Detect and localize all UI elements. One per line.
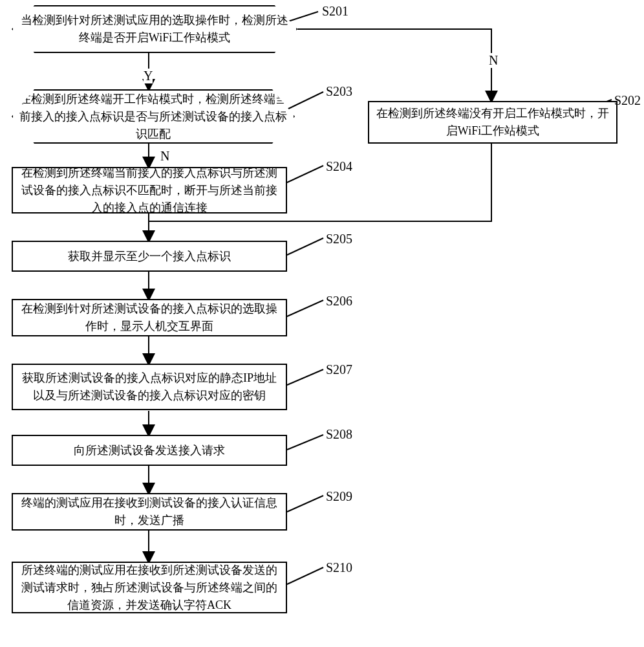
process-s208: 向所述测试设备发送接入请求 — [12, 435, 287, 466]
step-id-s209: S209 — [326, 489, 352, 504]
step-id-s202: S202 — [614, 93, 641, 108]
process-s208-text: 向所述测试设备发送接入请求 — [74, 442, 225, 459]
branch-no-s203: N — [160, 149, 169, 164]
decision-s203: 在检测到所述终端开工作站模式时，检测所述终端当前接入的接入点标识是否与所述测试设… — [12, 89, 295, 144]
svg-line-1 — [287, 92, 323, 109]
step-id-s208: S208 — [326, 427, 352, 442]
process-s206: 在检测到针对所述测试设备的接入点标识的选取操作时，显示人机交互界面 — [12, 299, 287, 336]
process-s202: 在检测到所述终端没有开启工作站模式时，开启WiFi工作站模式 — [368, 101, 617, 144]
svg-line-2 — [287, 166, 323, 182]
step-id-s207: S207 — [326, 362, 352, 377]
process-s209: 终端的测试应用在接收到测试设备的接入认证信息时，发送广播 — [12, 493, 287, 531]
decision-s203-text: 在检测到所述终端开工作站模式时，检测所述终端当前接入的接入点标识是否与所述测试设… — [19, 91, 287, 143]
svg-line-3 — [287, 238, 323, 255]
step-id-s210: S210 — [326, 560, 352, 575]
process-s204: 在检测到所述终端当前接入的接入点标识与所述测试设备的接入点标识不匹配时，断开与所… — [12, 167, 287, 214]
process-s210-text: 所述终端的测试应用在接收到所述测试设备发送的测试请求时，独占所述测试设备与所述终… — [19, 562, 279, 614]
step-id-s205: S205 — [326, 232, 352, 247]
process-s205: 获取并显示至少一个接入点标识 — [12, 241, 287, 272]
step-id-s201: S201 — [322, 4, 349, 19]
process-s210: 所述终端的测试应用在接收到所述测试设备发送的测试请求时，独占所述测试设备与所述终… — [12, 562, 287, 613]
process-s207-text: 获取所述测试设备的接入点标识对应的静态IP地址以及与所述测试设备的接入点标识对应… — [19, 369, 279, 404]
process-s207: 获取所述测试设备的接入点标识对应的静态IP地址以及与所述测试设备的接入点标识对应… — [12, 364, 287, 410]
process-s206-text: 在检测到针对所述测试设备的接入点标识的选取操作时，显示人机交互界面 — [19, 300, 279, 335]
svg-line-5 — [287, 369, 323, 385]
decision-s201-text: 当检测到针对所述测试应用的选取操作时，检测所述终端是否开启WiFi工作站模式 — [19, 12, 290, 47]
svg-line-0 — [288, 12, 318, 21]
branch-no-s201: N — [489, 53, 498, 68]
svg-line-6 — [287, 435, 323, 450]
step-id-s206: S206 — [326, 294, 352, 309]
process-s205-text: 获取并显示至少一个接入点标识 — [68, 248, 231, 265]
process-s209-text: 终端的测试应用在接收到测试设备的接入认证信息时，发送广播 — [19, 494, 279, 529]
svg-line-8 — [287, 567, 323, 584]
svg-line-4 — [287, 300, 323, 316]
process-s202-text: 在检测到所述终端没有开启工作站模式时，开启WiFi工作站模式 — [376, 105, 610, 140]
process-s204-text: 在检测到所述终端当前接入的接入点标识与所述测试设备的接入点标识不匹配时，断开与所… — [19, 164, 279, 217]
svg-line-7 — [287, 496, 323, 512]
step-id-s203: S203 — [326, 84, 352, 99]
branch-yes-s201: Y — [144, 69, 153, 83]
step-id-s204: S204 — [326, 159, 352, 174]
decision-s201: 当检测到针对所述测试应用的选取操作时，检测所述终端是否开启WiFi工作站模式 — [12, 5, 297, 53]
